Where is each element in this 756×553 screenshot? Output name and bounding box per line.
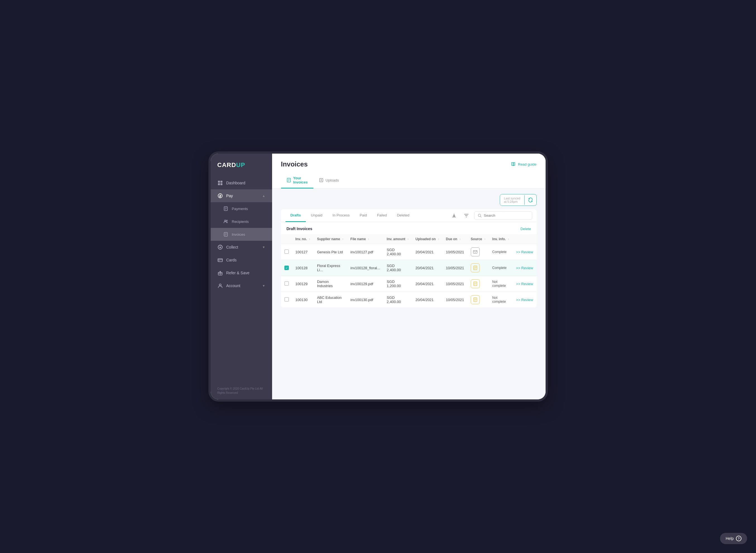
sync-button[interactable] bbox=[525, 195, 536, 205]
cell-supplier: Damon Industries bbox=[314, 276, 347, 292]
filter-tabs: Drafts Unpaid In Process Paid Failed Del… bbox=[285, 209, 450, 222]
col-supplier: Supplier name ↑ bbox=[314, 234, 347, 244]
sidebar-sub-pay: Payments Recipients bbox=[211, 202, 272, 241]
cell-inv_no: 100129 bbox=[292, 276, 314, 292]
sidebar-footer: Copyright © 2020 CardUp Pte Ltd All Righ… bbox=[211, 382, 272, 399]
svg-point-6 bbox=[224, 220, 226, 222]
sidebar-item-cards[interactable]: Cards bbox=[211, 254, 272, 266]
chevron-up-icon: ▲ bbox=[262, 194, 265, 198]
sync-bar: Last syncedat 5:24pm bbox=[281, 194, 537, 206]
cell-supplier: ABC Education Ltd bbox=[314, 292, 347, 308]
cell-inv_no: 100128 bbox=[292, 260, 314, 276]
sidebar-item-collect[interactable]: Collect ▼ bbox=[211, 241, 272, 254]
filter-tab-drafts[interactable]: Drafts bbox=[285, 209, 306, 222]
download-button[interactable] bbox=[450, 211, 459, 220]
cell-uploaded: 20/04/2021 bbox=[412, 260, 443, 276]
invoice-table-container: Drafts Unpaid In Process Paid Failed Del… bbox=[281, 209, 537, 308]
sidebar-item-label: Collect bbox=[226, 245, 259, 249]
page-title: Invoices bbox=[281, 160, 308, 168]
col-action bbox=[513, 234, 536, 244]
filter-button[interactable] bbox=[462, 211, 471, 220]
sidebar-item-account[interactable]: Account ▼ bbox=[211, 279, 272, 292]
draft-title: Draft Invoices bbox=[287, 227, 312, 231]
sidebar-item-label: Dashboard bbox=[226, 181, 265, 185]
row-checkbox[interactable] bbox=[284, 297, 289, 302]
row-checkbox[interactable]: ✓ bbox=[284, 265, 289, 270]
cell-source bbox=[467, 292, 489, 308]
invoice-source-icon bbox=[471, 279, 480, 288]
cell-filename: inv100129.pdf bbox=[347, 276, 383, 292]
col-filename: File name ↑ bbox=[347, 234, 383, 244]
cell-uploaded: 20/04/2021 bbox=[412, 244, 443, 260]
sidebar-navigation: Dashboard Pay ▲ bbox=[211, 174, 272, 382]
row-checkbox[interactable] bbox=[284, 249, 289, 254]
tab-label: YourInvoices bbox=[293, 176, 308, 184]
tab-your-invoices[interactable]: YourInvoices bbox=[281, 173, 313, 188]
help-button[interactable]: Help ? bbox=[720, 533, 747, 544]
review-button[interactable]: >> Review bbox=[516, 298, 533, 302]
read-guide-button[interactable]: Read guide bbox=[511, 162, 537, 167]
cell-inv-info: Not complete bbox=[489, 276, 513, 292]
cell-due: 10/05/2021 bbox=[443, 292, 467, 308]
cell-amount: SGD 1,200.00 bbox=[383, 276, 412, 292]
invoice-table: Inv. no. ↑ Supplier name ↑ File name ↑ I… bbox=[281, 234, 537, 308]
table-row: 100130ABC Education Ltdinv100130.pdfSGD … bbox=[281, 292, 537, 308]
sidebar-item-dashboard[interactable]: Dashboard bbox=[211, 176, 272, 189]
svg-rect-1 bbox=[220, 181, 222, 183]
svg-point-13 bbox=[219, 284, 221, 286]
filter-tab-paid[interactable]: Paid bbox=[355, 209, 372, 222]
sidebar-item-refer[interactable]: Refer & Save bbox=[211, 266, 272, 279]
draft-header: Draft Invoices Delete bbox=[281, 222, 537, 234]
review-button[interactable]: >> Review bbox=[516, 266, 533, 270]
filter-bar: Drafts Unpaid In Process Paid Failed Del… bbox=[281, 209, 537, 222]
sync-box: Last syncedat 5:24pm bbox=[500, 194, 537, 206]
read-guide-label: Read guide bbox=[518, 162, 537, 166]
app-logo: CARDUP bbox=[211, 154, 272, 174]
header-top-row: Invoices Read guide bbox=[281, 160, 537, 168]
cell-source bbox=[467, 276, 489, 292]
invoice-source-icon bbox=[471, 295, 480, 304]
filter-tab-deleted[interactable]: Deleted bbox=[392, 209, 414, 222]
search-input[interactable] bbox=[484, 213, 529, 218]
col-inv-info: Inv. info. ↑ bbox=[489, 234, 513, 244]
sidebar-item-label: Account bbox=[226, 284, 259, 288]
col-inv-no: Inv. no. ↑ bbox=[292, 234, 314, 244]
filter-tab-in-process[interactable]: In Process bbox=[327, 209, 355, 222]
sidebar-item-invoices[interactable]: Invoices bbox=[211, 228, 272, 241]
logo-highlight: UP bbox=[236, 161, 245, 168]
review-button[interactable]: >> Review bbox=[516, 282, 533, 286]
sidebar-item-label: Invoices bbox=[232, 232, 265, 237]
delete-button[interactable]: Delete bbox=[521, 227, 531, 231]
table-header-row: Inv. no. ↑ Supplier name ↑ File name ↑ I… bbox=[281, 234, 537, 244]
cell-uploaded: 20/04/2021 bbox=[412, 276, 443, 292]
cell-source bbox=[467, 244, 489, 260]
svg-point-7 bbox=[226, 220, 227, 221]
cell-amount: SGD 2,400.00 bbox=[383, 292, 412, 308]
invoice-table-body: 100127Genesis Pte Ltdinv100127.pdfSGD 2,… bbox=[281, 244, 537, 308]
review-button[interactable]: >> Review bbox=[516, 250, 533, 254]
table-row: 100127Genesis Pte Ltdinv100127.pdfSGD 2,… bbox=[281, 244, 537, 260]
tab-uploads[interactable]: Uploads bbox=[313, 174, 345, 186]
sidebar-item-pay[interactable]: Pay ▲ bbox=[211, 189, 272, 202]
chevron-down-icon: ▼ bbox=[262, 245, 265, 249]
select-all-header bbox=[281, 234, 292, 244]
cell-amount: SGD 2,400.00 bbox=[383, 244, 412, 260]
cell-uploaded: 20/04/2021 bbox=[412, 292, 443, 308]
row-checkbox[interactable] bbox=[284, 281, 289, 286]
invoice-source-icon bbox=[471, 263, 480, 272]
invoice-table-wrap: Draft Invoices Delete Inv. no. ↑ Supplie… bbox=[281, 222, 537, 308]
cell-due: 10/05/2021 bbox=[443, 244, 467, 260]
filter-tab-failed[interactable]: Failed bbox=[372, 209, 392, 222]
filter-actions bbox=[450, 211, 532, 220]
sidebar-item-recipients[interactable]: Recipients bbox=[211, 215, 272, 228]
svg-rect-2 bbox=[218, 183, 220, 185]
filter-tab-unpaid[interactable]: Unpaid bbox=[306, 209, 327, 222]
sidebar-item-label: Cards bbox=[226, 258, 265, 262]
col-uploaded: Uploaded on ↑ bbox=[412, 234, 443, 244]
svg-rect-3 bbox=[220, 183, 222, 185]
cards-icon bbox=[217, 257, 223, 263]
email-source-icon bbox=[471, 247, 480, 256]
svg-rect-0 bbox=[218, 181, 220, 183]
sidebar-item-payments[interactable]: Payments bbox=[211, 202, 272, 215]
upload-tab-icon bbox=[319, 178, 323, 182]
